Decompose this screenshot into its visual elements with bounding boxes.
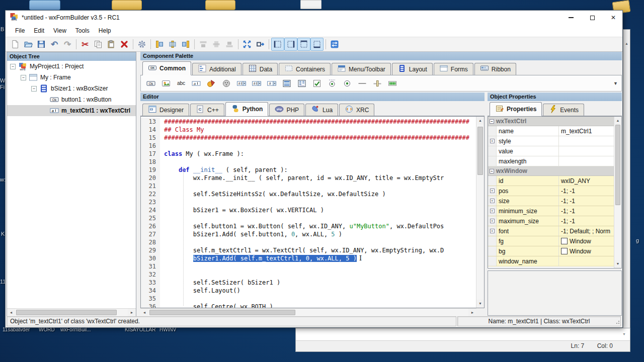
property-value[interactable] — [559, 156, 614, 166]
scrollbar-thumb[interactable] — [615, 125, 620, 205]
collapse-icon[interactable]: − — [490, 169, 494, 173]
undo-button[interactable]: ↶ — [48, 38, 61, 51]
palette-overflow-icon[interactable]: ▼ — [613, 81, 618, 86]
editor-vscrollbar[interactable]: ▲ ▼ — [476, 117, 484, 308]
property-value[interactable] — [559, 256, 614, 266]
palette-tab-ribbon[interactable]: Ribbon — [474, 63, 516, 75]
delete-button[interactable] — [118, 38, 131, 51]
property-value[interactable]: Window — [559, 246, 614, 256]
property-value[interactable]: m_textCtrl1 — [559, 126, 614, 136]
property-value[interactable]: -1; -1 — [559, 216, 614, 226]
desktop-icon[interactable] — [112, 0, 142, 10]
property-value[interactable]: -1; Default; ; Norm — [559, 226, 614, 236]
expand-button[interactable] — [240, 38, 254, 51]
border-top-button[interactable] — [297, 38, 310, 51]
properties-tab-events[interactable]: Events — [543, 104, 584, 116]
copy-button[interactable] — [92, 38, 105, 51]
properties-vscrollbar[interactable]: ▲ ▼ — [614, 117, 621, 268]
minimize-button[interactable] — [567, 14, 575, 22]
save-button[interactable] — [35, 38, 48, 51]
checkbox-tool-button[interactable] — [312, 78, 322, 88]
palette-tab-forms[interactable]: Forms — [434, 63, 473, 75]
maximize-button[interactable] — [588, 14, 596, 22]
code-editor[interactable]: 13######################################… — [140, 116, 485, 308]
scroll-down-icon[interactable]: ▼ — [622, 332, 626, 336]
editor-tab-c-[interactable]: CC++ — [190, 104, 224, 116]
redo-button[interactable]: ↷ — [61, 38, 74, 51]
tree-item-button1[interactable]: Okbutton1 : wxButton — [7, 94, 136, 105]
editor-tab-designer[interactable]: Designer — [142, 104, 189, 116]
property-value[interactable]: wxID_ANY — [559, 176, 614, 186]
menu-file[interactable]: File — [11, 26, 29, 36]
background-window-scrollbar[interactable]: ▲ — [623, 29, 630, 352]
palette-tab-additional[interactable]: Additional — [192, 63, 242, 75]
scroll-right-icon[interactable]: ► — [468, 309, 476, 317]
tree-collapse-icon[interactable]: − — [10, 64, 16, 69]
property-category-wxwindow[interactable]: −wxWindow — [488, 166, 614, 176]
tree-collapse-icon[interactable]: − — [21, 75, 26, 80]
editor-hscrollbar[interactable]: ◄ ► — [140, 308, 476, 316]
scroll-up-icon[interactable]: ▲ — [476, 117, 484, 125]
scroll-left-icon[interactable]: ◄ — [140, 309, 148, 317]
menu-tools[interactable]: Tools — [71, 26, 94, 36]
expand-icon[interactable]: + — [490, 189, 495, 193]
staticline-tool-button[interactable] — [357, 78, 367, 88]
toggle-tool-button[interactable] — [221, 78, 231, 88]
desktop-icon[interactable] — [29, 0, 60, 10]
editor-tab-python[interactable]: Python — [225, 102, 269, 116]
expand-icon[interactable]: + — [490, 219, 495, 223]
titlebar[interactable]: wxFB *untitled - wxFormBuilder v3.5 - RC… — [6, 11, 622, 25]
property-value[interactable] — [559, 146, 614, 156]
scrollbar-thumb[interactable] — [477, 127, 483, 175]
property-value[interactable]: -1; -1 — [559, 206, 614, 216]
radio-tool-button[interactable] — [342, 78, 352, 88]
scroll-right-icon[interactable]: ► — [128, 309, 136, 317]
palette-tab-common[interactable]: OKCommon — [142, 61, 191, 75]
property-value[interactable]: -1; -1 — [559, 186, 614, 196]
colors-tool-button[interactable] — [206, 78, 216, 88]
expand-icon[interactable]: + — [490, 229, 495, 233]
paste-button[interactable] — [105, 38, 118, 51]
orient-button[interactable] — [328, 38, 341, 51]
slider-tool-button[interactable] — [372, 78, 382, 88]
tree-item-bSizer1[interactable]: −bSizer1 : wxBoxSizer — [7, 83, 136, 94]
expand-icon[interactable]: + — [490, 139, 495, 143]
editor-tab-xrc[interactable]: XRC — [339, 104, 374, 116]
property-value[interactable]: -1; -1 — [559, 196, 614, 206]
resize-grip[interactable] — [615, 321, 619, 325]
color-swatch[interactable] — [561, 238, 568, 244]
cut-button[interactable]: ✂ — [78, 38, 92, 51]
desktop-icon[interactable] — [205, 0, 235, 10]
palette-tab-layout[interactable]: Layout — [392, 63, 433, 75]
tree-collapse-icon[interactable]: − — [31, 86, 37, 92]
bitmapcombo-tool-button[interactable]: a — [252, 78, 262, 88]
listbox-tool-button[interactable] — [282, 78, 292, 88]
scroll-left-icon[interactable]: ◄ — [7, 309, 15, 317]
close-button[interactable]: ✕ — [609, 14, 617, 22]
color-swatch[interactable] — [561, 248, 568, 254]
combo-tool-button[interactable]: a — [236, 78, 247, 88]
desktop-icon[interactable] — [300, 0, 321, 9]
listctrl-tool-button[interactable] — [297, 78, 307, 88]
statictext-tool-button[interactable]: abc — [176, 78, 186, 88]
expand-icon[interactable]: + — [490, 209, 495, 213]
scrollbar-thumb[interactable] — [149, 310, 295, 315]
gauge-tool-button[interactable] — [387, 78, 397, 88]
collapse-icon[interactable]: − — [490, 119, 494, 124]
align-left-button[interactable] — [153, 38, 166, 51]
editor-tab-php[interactable]: phpPHP — [269, 104, 304, 116]
properties-tab-properties[interactable]: Properties — [490, 102, 542, 116]
textctrl-tool-button[interactable]: a — [191, 78, 201, 88]
property-value[interactable] — [559, 136, 614, 146]
button-tool-button[interactable]: Ok — [146, 78, 156, 88]
scroll-down-icon[interactable]: ▼ — [614, 260, 621, 268]
property-value[interactable]: Window — [559, 236, 614, 246]
object-tree-hscrollbar[interactable]: ◄ ► — [7, 308, 136, 316]
palette-tab-data[interactable]: Data — [243, 63, 278, 75]
palette-tab-menu-toolbar[interactable]: Menu/Toolbar — [332, 63, 391, 75]
bitmapbutton-tool-button[interactable] — [161, 78, 171, 88]
palette-tab-containers[interactable]: Containers — [279, 63, 331, 75]
radiobox-tool-button[interactable] — [327, 78, 337, 88]
scroll-down-icon[interactable]: ▼ — [476, 300, 484, 308]
open-button[interactable] — [22, 38, 35, 51]
